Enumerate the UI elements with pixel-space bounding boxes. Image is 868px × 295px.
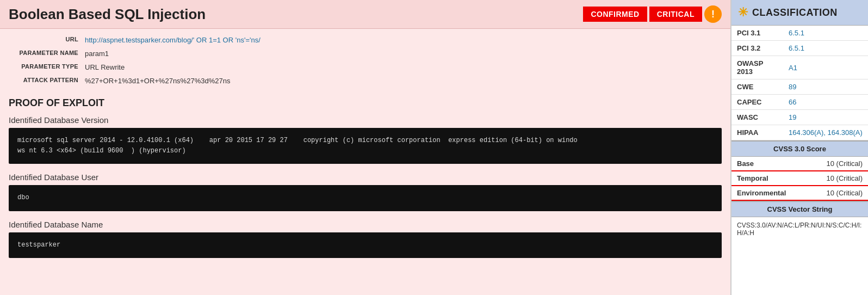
- class-row: OWASP 2013 A1: [731, 56, 868, 79]
- class-row: HIPAA 164.306(A), 164.308(A): [731, 125, 868, 140]
- db-name-title: Identified Database Name: [9, 220, 722, 229]
- cvss-env-label: Environmental: [737, 189, 786, 197]
- classification-table: PCI 3.1 6.5.1 PCI 3.2 6.5.1 OWASP 2013 A…: [731, 26, 868, 140]
- page-title: Boolean Based SQL Injection: [9, 6, 206, 23]
- class-value[interactable]: 6.5.1: [783, 41, 868, 56]
- class-link[interactable]: 6.5.1: [789, 29, 804, 37]
- class-link[interactable]: A1: [789, 64, 797, 72]
- url-value: http://aspnet.testsparker.com/blog/' OR …: [85, 36, 261, 44]
- class-label: CAPEC: [731, 95, 783, 110]
- class-link[interactable]: 89: [789, 83, 796, 91]
- db-version-section: Identified Database Version microsoft sq…: [0, 112, 730, 169]
- cvss-base-value: 10 (Critical): [827, 159, 863, 168]
- class-value[interactable]: 66: [783, 95, 868, 110]
- class-link[interactable]: 164.306(A), 164.308(A): [789, 128, 863, 137]
- db-version-title: Identified Database Version: [9, 115, 722, 125]
- cvss-base-row: Base 10 (Critical): [731, 157, 868, 171]
- class-value[interactable]: 19: [783, 110, 868, 125]
- db-name-code: testsparker: [9, 232, 722, 258]
- header-bar: Boolean Based SQL Injection CONFIRMED CR…: [0, 0, 730, 29]
- critical-badge: CRITICAL: [649, 7, 702, 22]
- class-label: PCI 3.2: [731, 41, 783, 56]
- class-label: CWE: [731, 79, 783, 95]
- db-version-code: microsoft sql server 2014 - 12.0.4100.1 …: [9, 128, 722, 164]
- attack-label: ATTACK PATTERN: [9, 77, 85, 83]
- info-table: URL http://aspnet.testsparker.com/blog/'…: [0, 29, 730, 92]
- class-row: PCI 3.2 6.5.1: [731, 41, 868, 56]
- vector-string: CVSS:3.0/AV:N/AC:L/PR:N/UI:N/S:C/C:H/I:H…: [731, 217, 868, 241]
- classification-header: ✳ CLASSIFICATION: [731, 0, 868, 26]
- confirmed-badge: CONFIRMED: [583, 7, 647, 22]
- classification-title: CLASSIFICATION: [752, 7, 838, 19]
- url-label: URL: [9, 36, 85, 42]
- left-panel: Boolean Based SQL Injection CONFIRMED CR…: [0, 0, 731, 295]
- class-row: CAPEC 66: [731, 95, 868, 110]
- proof-title: PROOF OF EXPLOIT: [0, 92, 730, 112]
- class-label: PCI 3.1: [731, 26, 783, 41]
- attack-value: %27+OR+1%3d1+OR+%27ns%27%3d%27ns: [85, 77, 230, 85]
- class-value[interactable]: 6.5.1: [783, 26, 868, 41]
- cvss-temporal-label: Temporal: [737, 174, 768, 182]
- vector-header: CVSS Vector String: [731, 201, 868, 217]
- cvss-temporal-value: 10 (Critical): [827, 174, 863, 182]
- param-name-value: param1: [85, 50, 109, 58]
- class-link[interactable]: 6.5.1: [789, 44, 804, 52]
- param-name-row: PARAMETER NAME param1: [9, 47, 722, 60]
- url-row: URL http://aspnet.testsparker.com/blog/'…: [9, 33, 722, 47]
- db-user-title: Identified Database User: [9, 173, 722, 182]
- class-link[interactable]: 66: [789, 98, 796, 106]
- cvss-header: CVSS 3.0 Score: [731, 140, 868, 157]
- class-value[interactable]: A1: [783, 56, 868, 79]
- class-link[interactable]: 19: [789, 113, 796, 121]
- class-label: WASC: [731, 110, 783, 125]
- class-label: OWASP 2013: [731, 56, 783, 79]
- db-user-code: dbo: [9, 185, 722, 211]
- alert-icon: !: [704, 5, 722, 23]
- right-panel: ✳ CLASSIFICATION PCI 3.1 6.5.1 PCI 3.2 6…: [731, 0, 868, 295]
- param-type-row: PARAMETER TYPE URL Rewrite: [9, 60, 722, 74]
- badges-container: CONFIRMED CRITICAL !: [583, 5, 722, 23]
- cvss-env-row: Environmental 10 (Critical): [731, 186, 868, 201]
- class-label: HIPAA: [731, 125, 783, 140]
- attack-row: ATTACK PATTERN %27+OR+1%3d1+OR+%27ns%27%…: [9, 74, 722, 88]
- db-user-section: Identified Database User dbo: [0, 169, 730, 216]
- cvss-temporal-row: Temporal 10 (Critical): [731, 171, 868, 186]
- class-row: WASC 19: [731, 110, 868, 125]
- db-name-section: Identified Database Name testsparker: [0, 217, 730, 263]
- cvss-env-value: 10 (Critical): [827, 189, 863, 197]
- class-row: PCI 3.1 6.5.1: [731, 26, 868, 41]
- url-link[interactable]: http://aspnet.testsparker.com/blog/' OR …: [85, 36, 261, 44]
- param-type-label: PARAMETER TYPE: [9, 63, 85, 70]
- param-name-label: PARAMETER NAME: [9, 50, 85, 56]
- class-row: CWE 89: [731, 79, 868, 95]
- class-value[interactable]: 89: [783, 79, 868, 95]
- classification-icon: ✳: [738, 5, 748, 20]
- class-value[interactable]: 164.306(A), 164.308(A): [783, 125, 868, 140]
- cvss-base-label: Base: [737, 159, 754, 168]
- param-type-value: URL Rewrite: [85, 63, 125, 71]
